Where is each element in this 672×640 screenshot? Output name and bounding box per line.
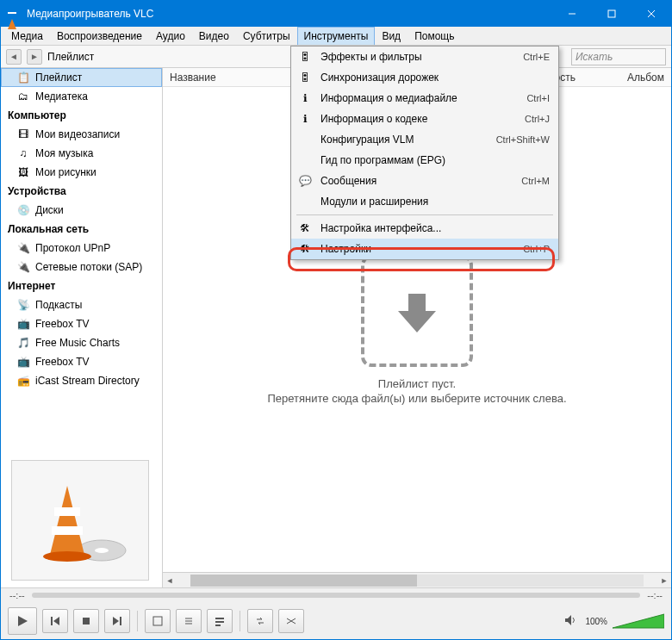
sidebar-item-label: Мои рисунки — [35, 166, 96, 178]
menu-item[interactable]: ℹИнформация о медиафайлеCtrl+I — [291, 88, 558, 109]
sidebar-item[interactable]: 💿Диски — [1, 201, 162, 220]
loop-button[interactable] — [247, 609, 273, 633]
sidebar-item[interactable]: 📺Freebox TV — [1, 314, 162, 333]
scroll-left-icon[interactable]: ◄ — [163, 574, 177, 587]
play-button[interactable] — [8, 607, 37, 635]
sidebar-item-label: Медиатека — [35, 90, 88, 103]
sidebar-item-icon: 📺 — [16, 355, 30, 369]
vlc-cone-icon — [8, 7, 22, 21]
drop-target-icon — [361, 255, 473, 367]
menu-view[interactable]: Вид — [375, 27, 408, 45]
menu-item[interactable]: Конфигурация VLMCtrl+Shift+W — [291, 129, 558, 150]
shuffle-button[interactable] — [278, 609, 304, 633]
col-album[interactable]: Альбом — [627, 71, 664, 84]
scroll-thumb[interactable] — [190, 575, 417, 587]
menu-item-label: Конфигурация VLM — [320, 134, 489, 146]
album-art-panel — [11, 460, 149, 581]
menu-item-icon — [296, 153, 314, 167]
prev-button[interactable] — [42, 609, 68, 633]
speaker-icon[interactable] — [564, 614, 578, 629]
minimize-button[interactable] — [552, 1, 592, 27]
vlc-cone-large-icon — [28, 473, 132, 568]
menu-item-shortcut: Ctrl+P — [523, 244, 550, 254]
sidebar-item[interactable]: 🗂Медиатека — [1, 87, 162, 106]
sidebar-item-icon: 📡 — [16, 298, 30, 312]
stop-button[interactable] — [73, 609, 99, 633]
menu-item-icon: 💬 — [296, 174, 314, 188]
svg-marker-7 — [50, 486, 84, 555]
sidebar-item-icon: 💿 — [16, 203, 30, 217]
time-total: --:-- — [647, 590, 663, 600]
search-input[interactable]: Искать — [571, 48, 666, 65]
menu-item[interactable]: 🎛Эффекты и фильтрыCtrl+E — [291, 47, 558, 67]
menu-separator — [296, 214, 553, 215]
sidebar-item[interactable]: 📺Freebox TV — [1, 352, 162, 371]
sidebar-item-icon: 🔌 — [16, 241, 30, 255]
menu-item[interactable]: Гид по программам (EPG) — [291, 150, 558, 171]
sidebar-item[interactable]: 🔌Протокол UPnP — [1, 239, 162, 258]
menu-video[interactable]: Видео — [192, 27, 236, 45]
nav-back-button[interactable]: ◄ — [6, 49, 22, 65]
menu-item[interactable]: 🎛Синхронизация дорожек — [291, 67, 558, 88]
menu-item-icon: 🛠 — [296, 242, 314, 256]
sidebar-item[interactable]: 🔌Сетевые потоки (SAP) — [1, 258, 162, 277]
maximize-button[interactable] — [592, 1, 632, 27]
svg-rect-9 — [52, 526, 83, 535]
volume-slider[interactable] — [613, 612, 664, 630]
menu-playback[interactable]: Воспроизведение — [50, 27, 149, 45]
menu-item-shortcut: Ctrl+J — [525, 114, 550, 124]
svg-marker-15 — [113, 617, 119, 625]
seek-slider[interactable] — [32, 593, 641, 598]
next-button[interactable] — [104, 609, 130, 633]
menu-media[interactable]: Медиа — [4, 27, 50, 45]
svg-rect-22 — [215, 621, 224, 623]
sidebar-item[interactable]: 📻iCast Stream Directory — [1, 371, 162, 390]
nav-forward-button[interactable]: ► — [27, 49, 42, 65]
menu-item-shortcut: Ctrl+Shift+W — [496, 134, 550, 145]
sidebar-item[interactable]: 🎞Мои видеозаписи — [1, 125, 162, 144]
time-elapsed: --:-- — [9, 590, 25, 600]
menu-audio[interactable]: Аудио — [149, 27, 192, 45]
sidebar-item-label: Подкасты — [35, 299, 82, 311]
menu-item-label: Модули и расширения — [320, 196, 543, 208]
svg-rect-12 — [51, 617, 53, 625]
sidebar-item-label: Мои видеозаписи — [35, 128, 120, 140]
extended-settings-button[interactable] — [176, 609, 202, 633]
sidebar-item-label: Freebox TV — [35, 318, 89, 330]
tools-dropdown: 🎛Эффекты и фильтрыCtrl+E🎛Синхронизация д… — [290, 46, 559, 260]
menu-item[interactable]: 🛠Настройка интерфейса... — [291, 218, 558, 239]
col-name[interactable]: Название — [170, 71, 216, 84]
menu-item[interactable]: 🛠НастройкиCtrl+P — [291, 239, 558, 259]
menu-item-icon: ℹ — [296, 91, 314, 105]
close-button[interactable] — [632, 1, 671, 27]
menu-bar: Медиа Воспроизведение Аудио Видео Субтит… — [1, 27, 671, 46]
menu-tools[interactable]: Инструменты — [297, 27, 376, 45]
sidebar-item[interactable]: 🖼Мои рисунки — [1, 163, 162, 182]
menu-item-label: Гид по программам (EPG) — [320, 154, 543, 166]
menu-item-label: Информация о кодеке — [320, 113, 518, 125]
playlist-toggle-button[interactable] — [207, 609, 233, 633]
svg-point-6 — [95, 548, 109, 553]
horizontal-scrollbar[interactable]: ◄ ► — [163, 572, 671, 587]
menu-item[interactable]: Модули и расширения — [291, 191, 558, 212]
sidebar-item[interactable]: 📋Плейлист — [1, 68, 162, 87]
svg-rect-21 — [215, 618, 224, 619]
fullscreen-button[interactable] — [145, 609, 171, 633]
sidebar-item[interactable]: ♫Моя музыка — [1, 144, 162, 163]
svg-rect-17 — [153, 617, 162, 625]
sidebar-item-icon: 🔌 — [16, 260, 30, 274]
svg-marker-25 — [613, 614, 664, 628]
sidebar-item[interactable]: 📡Подкасты — [1, 295, 162, 314]
sidebar-item-icon: 🎞 — [16, 127, 30, 141]
menu-item[interactable]: ℹИнформация о кодекеCtrl+J — [291, 109, 558, 129]
scroll-right-icon[interactable]: ► — [657, 574, 671, 587]
menu-item[interactable]: 💬СообщенияCtrl+M — [291, 171, 558, 191]
sidebar-header: Интернет — [1, 277, 162, 295]
menu-help[interactable]: Помощь — [408, 27, 461, 45]
menu-subtitles[interactable]: Субтитры — [236, 27, 297, 45]
svg-rect-14 — [83, 618, 90, 624]
menu-item-icon: ℹ — [296, 112, 314, 126]
menu-item-shortcut: Ctrl+M — [521, 176, 550, 186]
sidebar-item[interactable]: 🎵Free Music Charts — [1, 333, 162, 352]
menu-item-icon — [296, 133, 314, 146]
